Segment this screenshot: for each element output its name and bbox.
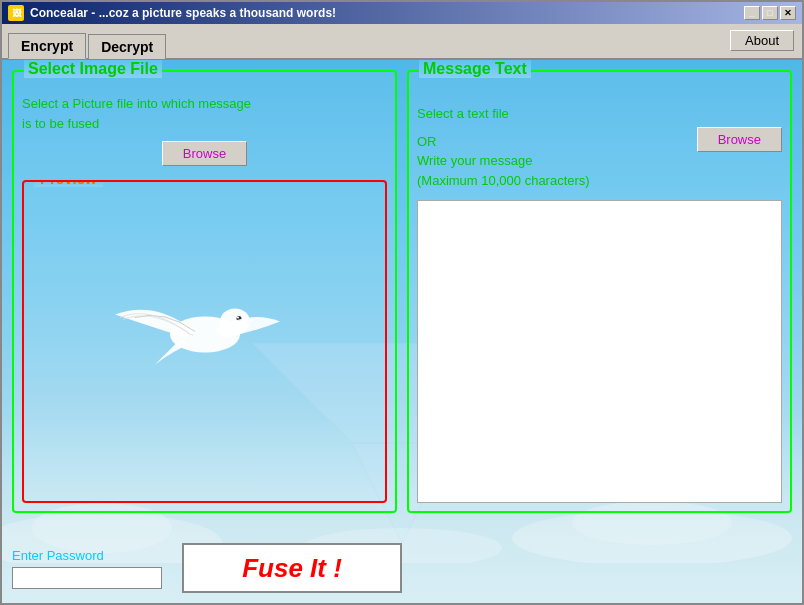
bird-image — [95, 259, 315, 409]
titlebar-controls: _ □ ✕ — [744, 6, 796, 20]
maximize-button[interactable]: □ — [762, 6, 778, 20]
titlebar: 🖼 Concealar - ...coz a picture speaks a … — [2, 2, 802, 24]
message-browse-button[interactable]: Browse — [697, 127, 782, 152]
message-desc-line4: (Maximum 10,000 characters) — [417, 171, 687, 191]
message-panel-title: Message Text — [419, 60, 531, 78]
app-icon: 🖼 — [8, 5, 24, 21]
svg-point-11 — [237, 316, 239, 318]
close-button[interactable]: ✕ — [780, 6, 796, 20]
password-label: Enter Password — [12, 548, 162, 563]
preview-box: Preview — [22, 180, 387, 503]
window-title: Concealar - ...coz a picture speaks a th… — [30, 6, 336, 20]
image-browse-button[interactable]: Browse — [162, 141, 247, 166]
tab-decrypt[interactable]: Decrypt — [88, 34, 166, 59]
password-input[interactable] — [12, 567, 162, 589]
image-panel-title: Select Image File — [24, 60, 162, 78]
minimize-button[interactable]: _ — [744, 6, 760, 20]
app-window: 🖼 Concealar - ...coz a picture speaks a … — [0, 0, 804, 605]
message-textarea[interactable] — [417, 200, 782, 503]
preview-title: Preview — [34, 180, 103, 187]
message-panel: Message Text Select a text file OR Write… — [407, 70, 792, 513]
message-desc-line2: OR — [417, 132, 687, 152]
tabbar: Encrypt Decrypt About — [2, 24, 802, 60]
image-panel: Select Image File Select a Picture file … — [12, 70, 397, 513]
main-content: Select Image File Select a Picture file … — [2, 60, 802, 603]
image-panel-desc: Select a Picture file into which message… — [22, 94, 387, 133]
panels-row: Select Image File Select a Picture file … — [12, 70, 792, 513]
password-section: Enter Password — [12, 548, 162, 589]
fuse-button[interactable]: Fuse It ! — [182, 543, 402, 593]
message-desc-line1: Select a text file — [417, 104, 687, 124]
titlebar-left: 🖼 Concealar - ...coz a picture speaks a … — [8, 5, 336, 21]
tab-encrypt[interactable]: Encrypt — [8, 33, 86, 59]
about-button[interactable]: About — [730, 30, 794, 51]
message-desc-line3: Write your message — [417, 151, 687, 171]
bottom-area: Enter Password Fuse It ! — [12, 543, 792, 593]
